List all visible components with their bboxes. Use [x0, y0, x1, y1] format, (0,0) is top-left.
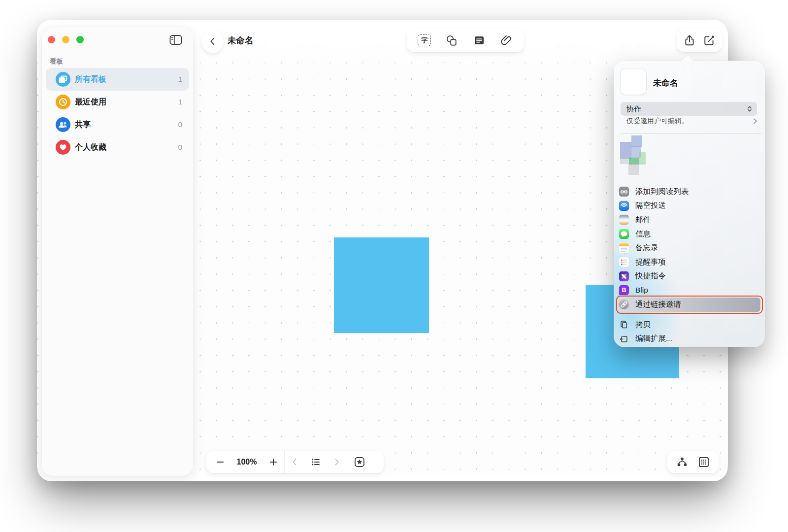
- zoom-toolbar: 100%: [206, 451, 384, 473]
- text-tool-icon: 字: [418, 34, 431, 46]
- sidebar-item-shared[interactable]: 共享 0: [46, 113, 189, 136]
- share-menu: 添加到阅读列表 隔空投送 邮件 信息 备忘录 提醒事项 快捷指令: [614, 185, 765, 346]
- chevron-left-icon: [207, 36, 218, 47]
- shapes-icon: [445, 33, 459, 47]
- zoom-level[interactable]: 100%: [231, 458, 263, 466]
- menu-item-messages[interactable]: 信息: [618, 227, 760, 241]
- permission-text: 仅受邀用户可编辑。: [626, 117, 752, 126]
- diagram-icon: [676, 456, 689, 468]
- link-icon: [619, 299, 629, 309]
- traffic-lights: [48, 36, 84, 43]
- mail-icon: [619, 215, 629, 225]
- sidebar-item-label: 最近使用: [75, 97, 178, 107]
- favorites-button[interactable]: [347, 451, 372, 473]
- sidebar-toggle-icon: [169, 34, 182, 45]
- sidebar-item-favorites[interactable]: 个人收藏 0: [46, 136, 189, 159]
- blip-icon: B: [619, 285, 629, 295]
- zoom-in-button[interactable]: [263, 451, 284, 473]
- note-tool-button[interactable]: [468, 30, 490, 51]
- sidebar-list: 所有看板 1 最近使用 1 共享 0 个人收藏: [46, 68, 189, 159]
- sidebar-item-label: 所有看板: [75, 74, 178, 85]
- minus-icon: [215, 457, 225, 467]
- copy-icon: [619, 320, 629, 330]
- plus-icon: [268, 457, 278, 467]
- heart-icon: [56, 140, 70, 155]
- reading-list-icon: [619, 187, 629, 197]
- popover-doc-title: 未命名: [653, 77, 678, 89]
- airdrop-icon: [619, 201, 629, 211]
- sticky-note-icon: [473, 34, 486, 47]
- sidebar-item-count: 0: [178, 120, 182, 129]
- chevron-right-icon: [752, 118, 758, 125]
- back-button[interactable]: [202, 30, 224, 53]
- divider: [621, 181, 761, 181]
- zoom-out-button[interactable]: [209, 451, 231, 473]
- menu-item-airdrop[interactable]: 隔空投送: [618, 199, 760, 213]
- sidebar-toggle-button[interactable]: [169, 34, 182, 45]
- collaboration-select[interactable]: 协作: [621, 102, 757, 116]
- sidebar-item-label: 个人收藏: [75, 142, 178, 153]
- sidebar-header: 看板: [50, 57, 63, 66]
- next-board-button[interactable]: [327, 451, 347, 473]
- sidebar-item-count: 1: [178, 98, 182, 106]
- menu-item-edit-extensions[interactable]: 编辑扩展...: [618, 332, 760, 346]
- reminders-icon: [619, 257, 629, 267]
- share-toolbar: [677, 29, 722, 52]
- shortcuts-icon: [619, 271, 629, 281]
- clock-icon: [56, 95, 70, 109]
- star-box-icon: [353, 456, 366, 468]
- share-popover: 未命名 协作 仅受邀用户可编辑。 添加到阅读列表 隔空投送 邮件: [614, 61, 765, 347]
- sidebar: 看板 所有看板 1 最近使用 1 共享 0: [42, 27, 193, 476]
- people-icon: [56, 117, 70, 132]
- fullscreen-button[interactable]: [76, 36, 84, 43]
- list-icon: [310, 457, 321, 467]
- grid-icon: [697, 456, 710, 468]
- board-list-button[interactable]: [304, 451, 327, 473]
- sidebar-item-recents[interactable]: 最近使用 1: [46, 91, 189, 113]
- share-button[interactable]: [680, 30, 699, 51]
- menu-item-copy[interactable]: 拷贝: [618, 318, 760, 332]
- grid-view-button[interactable]: [693, 451, 715, 473]
- paperclip-icon: [500, 34, 513, 47]
- divider: [621, 133, 761, 133]
- messages-icon: [619, 229, 629, 239]
- extensions-icon: [619, 334, 629, 344]
- board-thumbnail: [621, 69, 646, 95]
- sidebar-item-label: 共享: [75, 120, 178, 130]
- chevron-left-icon: [290, 458, 299, 466]
- menu-item-invite-with-link[interactable]: 通过链接邀请: [618, 298, 760, 312]
- tools-toolbar: 字: [407, 29, 524, 52]
- menu-item-mail[interactable]: 邮件: [618, 213, 760, 227]
- close-button[interactable]: [48, 36, 55, 43]
- compose-icon: [703, 34, 716, 47]
- boards-icon: [56, 72, 70, 87]
- shapes-tool-button[interactable]: [441, 30, 462, 51]
- sidebar-item-count: 1: [178, 75, 182, 84]
- menu-item-shortcuts[interactable]: 快捷指令: [618, 269, 760, 284]
- menu-item-notes[interactable]: 备忘录: [618, 241, 760, 255]
- new-board-button[interactable]: [699, 30, 719, 51]
- menu-item-reading-list[interactable]: 添加到阅读列表: [618, 185, 760, 199]
- sidebar-item-all-boards[interactable]: 所有看板 1: [46, 68, 189, 91]
- attachment-tool-button[interactable]: [495, 30, 517, 51]
- sidebar-item-count: 0: [178, 143, 182, 152]
- menu-item-blip[interactable]: B Blip: [618, 283, 760, 298]
- up-down-chevrons-icon: [746, 105, 753, 113]
- view-toolbar: [667, 451, 719, 473]
- board-title: 未命名: [228, 34, 254, 46]
- text-tool-button[interactable]: 字: [414, 30, 435, 51]
- menu-item-reminders[interactable]: 提醒事项: [618, 255, 760, 269]
- share-icon: [683, 34, 696, 47]
- connect-diagram-button[interactable]: [671, 451, 693, 473]
- prev-board-button[interactable]: [285, 451, 304, 473]
- chevron-right-icon: [332, 458, 341, 466]
- minimize-button[interactable]: [62, 36, 69, 43]
- collaboration-label: 协作: [626, 104, 746, 114]
- permission-row[interactable]: 仅受邀用户可编辑。: [626, 117, 758, 126]
- canvas-square-1[interactable]: [334, 237, 429, 333]
- notes-icon: [619, 243, 629, 253]
